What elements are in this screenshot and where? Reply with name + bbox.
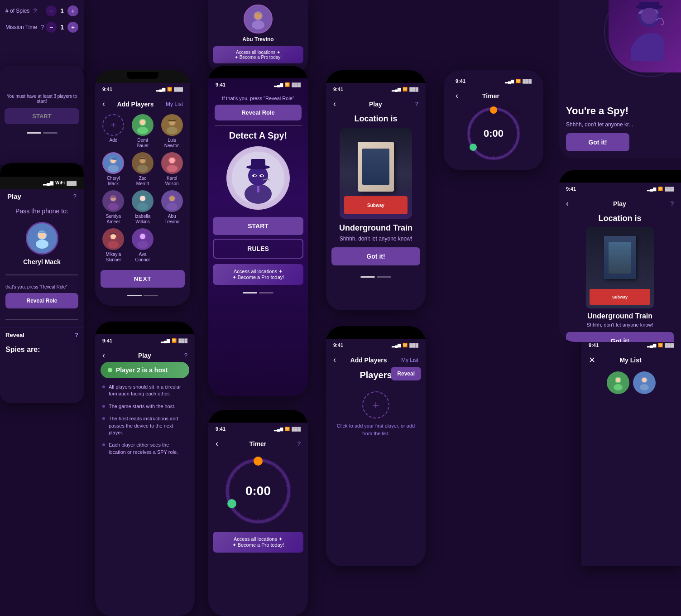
signal-icon: ▂▄▆ [43, 180, 53, 185]
svg-point-7 [167, 127, 177, 134]
timer-b-back[interactable]: ‹ [216, 439, 218, 448]
phone-timer-top: 9:41 ▂▄▆ 🛜 ▓▓▓ ‹ Timer [444, 70, 543, 170]
svg-rect-9 [168, 120, 176, 121]
pl-back[interactable]: ‹ [333, 355, 336, 365]
ml-avatar-2 [633, 371, 656, 394]
timer-display: 0:00 [484, 128, 504, 139]
izabella-avatar [132, 190, 153, 212]
loc-wifi: 🛜 [403, 87, 408, 91]
my-list-link[interactable]: My List [166, 101, 183, 107]
phone-start: You must have at least 3 players to star… [0, 66, 84, 165]
rules-help[interactable]: ? [184, 352, 187, 359]
pro-banner-top[interactable]: Access all locations ✦ ✦ Become a Pro to… [213, 46, 303, 63]
player-sumiya[interactable]: SumiyaAmeer [101, 190, 126, 225]
player-cheryl[interactable]: CherylMack [101, 152, 126, 187]
demi-avatar [132, 114, 153, 136]
svg-point-23 [137, 203, 148, 210]
phone-my-list: 9:41 ▂▄▆ 🛜 ▓▓▓ ✕ My List [581, 326, 681, 566]
player-ava[interactable]: AvaConnor [130, 228, 156, 263]
timer-b-time: 9:41 [216, 426, 225, 432]
start-button-disabled[interactable]: START [5, 108, 79, 124]
reveal-btn-players[interactable]: Reveal [391, 367, 421, 380]
player-karol[interactable]: KarolWilson [159, 152, 185, 187]
spies-label: # of Spies [5, 8, 29, 14]
my-list-title: My List [619, 356, 641, 364]
spy-label: You're a Spy! [566, 105, 674, 117]
location-label: Location is [331, 114, 420, 124]
mission-decrement[interactable]: − [46, 22, 57, 33]
player-demi[interactable]: DemiBauer [130, 114, 156, 149]
pro-banner-center[interactable]: Access all locations ✦ ✦ Become a Pro to… [213, 264, 303, 285]
svg-point-14 [137, 165, 148, 172]
battery-icon: ▓▓▓ [67, 180, 77, 185]
gi-back[interactable]: ‹ [566, 199, 569, 208]
got-it-right-btn[interactable]: Got it! [566, 133, 629, 151]
spies-decrement[interactable]: − [46, 5, 57, 16]
loc-signal: ▂▄▆ [392, 87, 401, 91]
my-list-link-2[interactable]: My List [401, 357, 418, 363]
svg-point-33 [140, 234, 145, 239]
player-izabella[interactable]: IzabellaWilkins [130, 190, 156, 225]
svg-point-74 [470, 144, 477, 151]
phone-timer-bottom: 9:41 ▂▄▆ 🛜 ▓▓▓ ‹ Timer ? [208, 410, 308, 616]
svg-point-26 [167, 203, 177, 210]
player-name-pass: Cheryl Mack [5, 258, 78, 265]
timer-signal: ▂▄▆ [505, 79, 514, 83]
player-luis[interactable]: LuisNewton [159, 114, 185, 149]
phone-detect-spy: 9:41 ▂▄▆ 🛜 ▓▓▓ If that's you, press "Rev… [208, 66, 308, 396]
loc-back[interactable]: ‹ [333, 99, 336, 109]
host-badge: Player 2 is a host [101, 362, 189, 378]
mission-increment[interactable]: + [67, 22, 78, 33]
next-button[interactable]: NEXT [101, 270, 185, 288]
detect-wifi: 🛜 [285, 82, 290, 87]
add-back-btn[interactable]: ‹ [102, 99, 105, 109]
players-time: 9:41 [333, 342, 343, 348]
rules-back[interactable]: ‹ [102, 351, 105, 360]
spy-reveal-partial: You're a Spy! Shhhh, don't let anyone kr… [559, 0, 681, 159]
play-help-icon[interactable]: ? [73, 193, 77, 200]
detect-time: 9:41 [216, 82, 225, 87]
abu-avatar-top [247, 8, 269, 30]
add-players-title-2: Add Players [350, 356, 387, 364]
loc-help[interactable]: ? [415, 101, 418, 107]
reveal-role-btn-partial[interactable]: Reveal Role [5, 293, 78, 308]
ml-close[interactable]: ✕ [589, 355, 595, 365]
player-abu[interactable]: AbuTrevino [159, 190, 185, 225]
secret-text: Shhhh, don't let anyone know! [331, 236, 420, 242]
rules-btn[interactable]: RULES [213, 239, 303, 259]
timer-b-battery: ▓▓▓ [292, 427, 301, 431]
abu-avatar [161, 190, 183, 212]
got-it-btn-main[interactable]: Got it! [566, 332, 674, 342]
timer-back[interactable]: ‹ [456, 91, 458, 101]
spies-value: 1 [60, 7, 64, 14]
timer-b-display: 0:00 [245, 484, 271, 498]
timer-time: 9:41 [456, 78, 465, 84]
player-mikayla[interactable]: MikaylaSkinner [101, 228, 126, 263]
reveal-bottom-help[interactable]: ? [75, 332, 78, 338]
gi-secret-text: Shhhh, don't let anyone know! [566, 322, 674, 327]
pro-banner-timer[interactable]: Access all locations ✦ ✦ Become a Pro to… [213, 532, 303, 553]
spies-are-label: Spies are: [5, 346, 78, 354]
pl-battery: ▓▓▓ [409, 343, 418, 347]
gi-help[interactable]: ? [671, 200, 674, 207]
start-game-btn[interactable]: START [213, 217, 303, 235]
rule-2: The game starts with the host. [102, 403, 187, 410]
add-signal: ▂▄▆ [156, 87, 165, 91]
abu-name-top: Abu Trevino [213, 36, 303, 43]
timer-b-help[interactable]: ? [297, 440, 301, 447]
spies-increment[interactable]: + [67, 5, 78, 16]
karol-avatar [161, 152, 183, 174]
player-zac[interactable]: ZacMerritt [130, 152, 156, 187]
svg-point-5 [140, 120, 145, 125]
add-first-player-btn[interactable]: + [362, 391, 389, 419]
reveal-role-center-btn[interactable]: Reveal Role [215, 105, 302, 120]
add-player-item[interactable]: + Add [101, 114, 126, 149]
svg-point-24 [140, 196, 145, 201]
reveal-hint: If that's you, press "Reveal Role" [215, 96, 302, 101]
svg-line-86 [286, 496, 289, 496]
rule-dot-3 [102, 417, 105, 420]
got-it-btn[interactable]: Got it! [331, 247, 420, 265]
add-icon: + [102, 114, 124, 136]
location-name: Underground Train [331, 223, 420, 233]
phone-add-players: 9:41 ▂▄▆ 🛜 ▓▓▓ ‹ Add Players My List + A… [95, 70, 190, 306]
